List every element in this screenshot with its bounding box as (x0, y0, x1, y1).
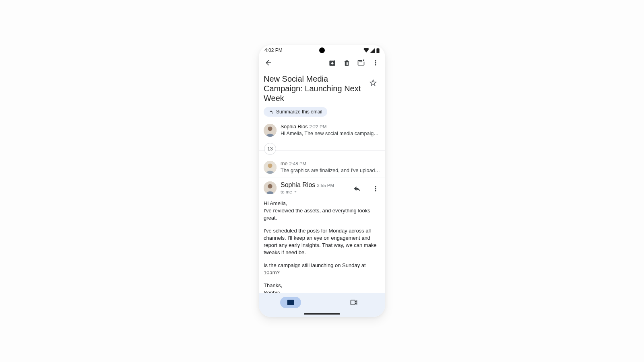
msg-time: 2:48 PM (289, 161, 306, 166)
more-vert-icon (372, 59, 380, 67)
archive-button[interactable] (325, 56, 339, 70)
message-collapsed[interactable]: Sophia Rios 2:22 PM Hi Amelia, The new s… (259, 121, 385, 140)
bottom-nav (259, 293, 385, 317)
subject-row: New Social Media Campaign: Launching Nex… (259, 72, 385, 103)
avatar (264, 181, 277, 194)
summarize-label: Summarize this email (276, 109, 322, 115)
more-button[interactable] (368, 56, 383, 70)
trash-icon (343, 59, 351, 67)
svg-point-3 (268, 163, 272, 168)
message-collapsed[interactable]: me 2:48 PM The graphics are finalized, a… (259, 158, 385, 177)
more-vert-icon (372, 185, 380, 193)
star-button[interactable] (366, 76, 380, 90)
avatar (264, 124, 277, 137)
star-outline-icon (369, 78, 378, 87)
svg-point-5 (268, 184, 272, 188)
back-button[interactable] (261, 56, 276, 70)
msg-sender: Sophia Rios (281, 181, 315, 189)
app-bar (259, 54, 385, 72)
mail-icon (287, 298, 295, 306)
msg-snippet: The graphics are finalized, and I've upl… (281, 168, 380, 173)
avatar-icon (264, 161, 277, 174)
reply-button[interactable] (350, 181, 364, 196)
msg-snippet: Hi Amelia, The new social media campaign… (281, 131, 380, 136)
summarize-chip[interactable]: Summarize this email (264, 107, 327, 117)
battery-icon (376, 48, 380, 53)
chevron-down-icon (293, 189, 298, 194)
nav-mail[interactable] (259, 297, 322, 308)
phone-frame: 4:02 PM New Social Media Campaign: Launc (259, 45, 385, 317)
wifi-icon (363, 48, 369, 53)
delete-button[interactable] (339, 56, 354, 70)
avatar-icon (264, 124, 277, 137)
mail-unread-icon (357, 59, 365, 67)
reply-icon (353, 185, 361, 193)
avatar-icon (264, 181, 277, 194)
camera-dot (319, 47, 325, 53)
video-icon (350, 298, 358, 306)
message-expanded-header[interactable]: Sophia Rios 3:55 PM to me (259, 177, 385, 196)
content-scroll[interactable]: New Social Media Campaign: Launching Nex… (259, 72, 385, 293)
status-bar: 4:02 PM (259, 45, 385, 54)
email-subject: New Social Media Campaign: Launching Nex… (264, 74, 363, 103)
archive-icon (328, 59, 336, 67)
nav-meet[interactable] (322, 297, 385, 308)
msg-sender: me (281, 161, 287, 167)
avatar (264, 161, 277, 174)
status-icons (363, 48, 380, 53)
msg-time: 3:55 PM (317, 183, 334, 188)
thread-collapsed-sep[interactable]: 13 (259, 142, 385, 155)
message-body: Hi Amelia, I've reviewed the assets, and… (259, 196, 385, 293)
thread-count: 13 (264, 143, 276, 155)
mark-unread-button[interactable] (354, 56, 368, 70)
sparkle-icon (268, 109, 274, 115)
msg-time: 2:22 PM (309, 124, 326, 129)
recipient-line[interactable]: to me (281, 189, 346, 194)
arrow-left-icon (264, 59, 272, 67)
status-time: 4:02 PM (264, 47, 283, 53)
msg-sender: Sophia Rios (281, 124, 308, 130)
message-more-button[interactable] (368, 181, 383, 196)
signal-icon (370, 48, 375, 53)
home-indicator[interactable] (304, 313, 340, 315)
svg-point-1 (268, 126, 272, 131)
